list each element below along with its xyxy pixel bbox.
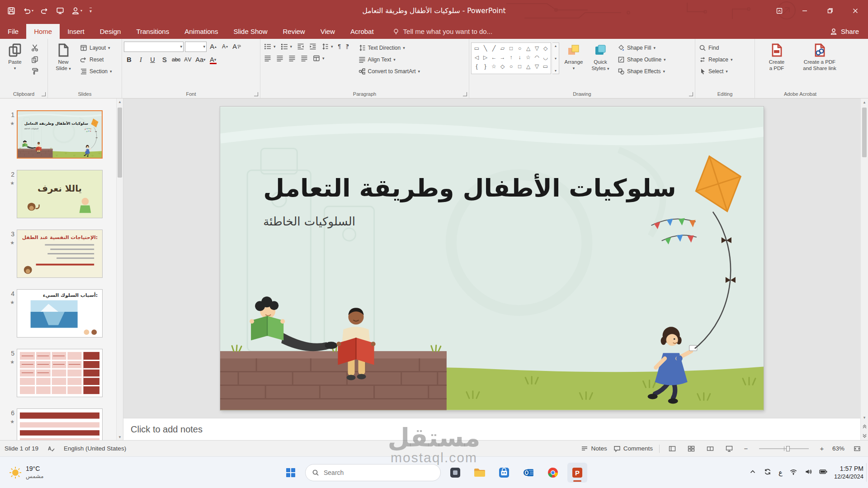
start-button[interactable] [281,463,301,483]
shape-diamond2-icon[interactable]: ◇ [500,63,505,70]
right-to-left-button[interactable]: ¶ [344,42,350,52]
close-button[interactable] [843,0,868,21]
decrease-indent-button[interactable] [295,42,306,52]
sync-tray-button[interactable] [764,468,772,477]
align-right-button[interactable] [287,53,297,64]
tab-transitions[interactable]: Transitions [128,24,177,39]
clipboard-dialog-launcher[interactable] [42,92,46,96]
select-button[interactable]: Select▾ [697,66,735,76]
shape-arrow-left-tri-icon[interactable]: ◁ [475,54,479,61]
create-pdf-share-button[interactable]: Create a PDF and Share link [798,41,841,89]
shape-star-icon[interactable]: ☆ [526,54,531,61]
language-indicator[interactable]: English (United States) [64,445,126,452]
slide-sorter-view-button[interactable] [685,443,698,454]
shape-arc-down-icon[interactable]: ◡ [543,54,547,61]
increase-indent-button[interactable] [307,42,318,52]
weather-widget[interactable]: 19°C مشمس [5,457,48,488]
clock[interactable]: 1:57 PM 12/24/2024 [834,465,863,480]
shape-arrow-right-icon[interactable]: → [500,54,505,61]
clear-formatting-button[interactable]: A [231,42,242,52]
reading-view-button[interactable] [704,443,717,454]
taskbar-search-box[interactable] [305,464,441,481]
new-slide-button[interactable]: New Slide ▾ [50,41,77,89]
tab-home[interactable]: Home [26,24,60,39]
account-button[interactable]: ▾ [71,7,82,15]
shape-fill-button[interactable]: Shape Fill▾ [616,42,668,53]
find-button[interactable]: Find [697,42,735,53]
paste-button[interactable]: Paste ▾ [2,41,28,89]
shape-arrow-left-icon[interactable]: ← [491,54,497,61]
zoom-level[interactable]: 63% [832,445,844,452]
thumb-scroll-up-icon[interactable]: ▴ [119,99,121,104]
slide-thumbnail-6[interactable] [17,408,103,440]
network-button[interactable] [789,468,797,477]
tab-acrobat[interactable]: Acrobat [343,24,382,39]
zoom-slider[interactable] [759,448,809,449]
shape-line-icon[interactable]: ╲ [484,45,487,52]
next-slide-button[interactable] [862,433,868,439]
shape-arc-icon[interactable]: ◠ [534,54,539,61]
align-text-button[interactable]: Align Text▾ [357,54,422,65]
thumb-scroll-down-icon[interactable]: ▾ [119,435,121,439]
slide-indicator[interactable]: Slide 1 of 19 [5,445,38,452]
account-dropdown-icon[interactable]: ▾ [80,9,82,13]
convert-smartart-button[interactable]: Convert to SmartArt▾ [357,66,422,76]
spell-check-button[interactable] [47,445,55,452]
tab-animations[interactable]: Animations [177,24,226,39]
shape-arrow-up-icon[interactable]: ↑ [510,54,513,61]
left-to-right-button[interactable]: ¶ [336,42,343,52]
ribbon-display-options-button[interactable] [767,0,792,21]
slide-canvas[interactable]: سلوكيات الأطفال وطريقة التعامل السلوكيات… [220,107,764,410]
text-shadow-button[interactable]: S [159,55,170,65]
font-size-dropdown-icon[interactable]: ▾ [203,44,205,49]
bold-button[interactable]: B [124,55,134,65]
line-spacing-button[interactable]: ▾ [320,42,335,52]
drawing-dialog-launcher[interactable] [689,92,693,96]
customize-qat-button[interactable]: ▾ [90,8,92,14]
normal-view-button[interactable] [666,443,679,454]
animation-star-icon[interactable]: ★ [10,300,14,305]
font-color-button[interactable]: A▾ [208,55,218,65]
volume-button[interactable] [804,468,812,477]
input-language-button[interactable]: ع [778,469,783,477]
shape-brace-left-icon[interactable]: { [476,63,477,70]
shape-rectangle2-icon[interactable]: ▭ [543,63,548,70]
copy-button[interactable] [29,54,40,65]
text-direction-button[interactable]: Text Direction▾ [357,42,422,53]
taskbar-app-dark[interactable] [445,463,465,483]
animation-star-icon[interactable]: ★ [10,121,14,127]
tab-review[interactable]: Review [275,24,312,39]
tab-slide-show[interactable]: Slide Show [226,24,275,39]
create-pdf-button[interactable]: Create a PDF [757,41,797,89]
cut-button[interactable] [29,42,40,53]
restore-button[interactable] [817,0,843,21]
slideshow-view-button[interactable] [723,443,736,454]
font-name-combo[interactable]: ▾ [124,42,184,52]
numbering-button[interactable]: ▾ [279,42,294,52]
grow-font-button[interactable]: A▴ [208,42,218,52]
shape-arrow-down-icon[interactable]: ↓ [519,54,521,61]
slide-subtitle[interactable]: السلوكيات الخاطئة [263,215,355,229]
main-scrollbar[interactable]: ▴ ▾ [860,99,868,440]
slide-thumbnail-1[interactable]: سلوكيات الأطفال وطريقة التعامل السلوكيات… [17,110,103,159]
undo-dropdown-icon[interactable]: ▾ [32,9,33,13]
shapes-scroll-down-icon[interactable]: ▾ [555,56,557,61]
slide-thumbnail-4[interactable]: أسباب السلوك السيء: [17,289,103,338]
reset-button[interactable]: Reset [78,54,114,65]
slide-thumbnail-2[interactable]: ياللا نعرف [17,170,103,218]
columns-button[interactable]: ▾ [311,53,326,64]
taskbar-powerpoint[interactable]: P [567,463,587,483]
font-name-dropdown-icon[interactable]: ▾ [180,44,182,49]
thumbnail-scrollbar[interactable]: ▴ ▾ [116,99,123,440]
zoom-in-button[interactable]: + [818,445,826,452]
shape-triangle-icon[interactable]: △ [526,45,530,52]
shape-oval2-icon[interactable]: ○ [509,63,513,70]
tab-insert[interactable]: Insert [60,24,92,39]
shape-triangle2-icon[interactable]: △ [526,63,530,70]
previous-slide-button[interactable] [862,423,868,429]
font-size-input[interactable] [186,43,203,50]
shapes-gallery-scrollbar[interactable]: ▴ ▾ ▾ [552,42,559,74]
shape-parallelogram-icon[interactable]: ▱ [500,45,505,52]
shape-triangle-down2-icon[interactable]: ▽ [535,63,539,70]
paragraph-dialog-launcher[interactable] [463,92,467,96]
